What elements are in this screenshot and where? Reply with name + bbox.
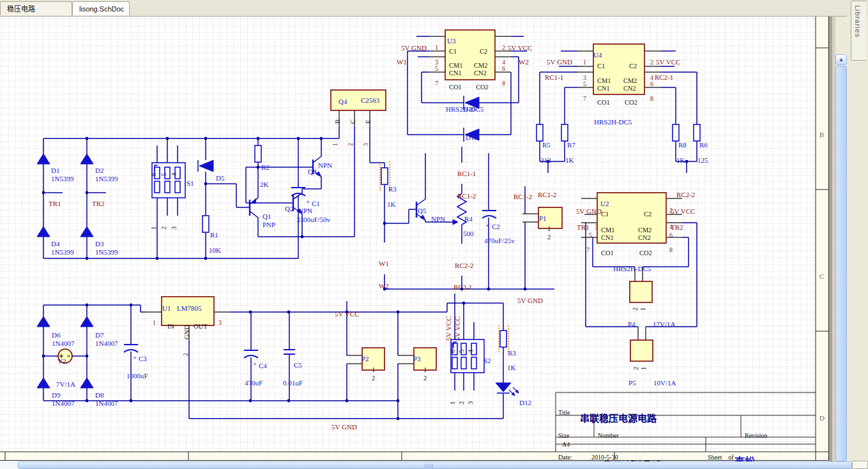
r3b-designator: R3 [508,350,516,357]
u4-net-5v-vcc: 5V VCC [656,59,680,66]
q1-type: PNP [263,221,275,228]
u2-net-5v-gnd: 5V GND [576,208,602,215]
p5-pin2-number: 2 [633,367,640,370]
r6-value: 125 [697,157,708,164]
v2-designator: V2 [57,358,66,365]
u3-pinname-c2: C2 [480,48,487,56]
u1-pin2-number: 2 [183,353,189,356]
s2-designator: S2 [483,357,491,364]
p2-pin1-number: 1 [372,367,375,374]
u4-pinname-co1: CO1 [597,100,610,107]
net-rc2-1-b: RC2-1 [453,284,472,291]
s1-designator: S1 [187,180,194,187]
d3-value: 1N5399 [95,249,118,256]
s1-pin5-number: 5 [161,173,168,176]
u3-designator: U3 [447,38,455,45]
libraries-panel-tab[interactable]: Libraries [851,1,866,61]
c3-plus: + [133,354,137,361]
p5-value: 10V/1A [653,380,676,387]
u4-pin2-number: 2 [650,59,653,66]
r1-designator: R1 [210,232,218,239]
s1-pin2-number: 2 [161,227,168,230]
p1-designator: P1 [539,215,547,222]
r2-value: 2K [260,181,268,188]
u4-pin6-number: 6 [650,81,653,87]
p3-designator: P3 [413,355,421,362]
r6-designator: R6 [699,142,708,149]
u2-pinname-co1: CO1 [601,250,614,257]
s2-pin5-number: 5 [459,350,466,353]
net-rc2-2-b: RC2-2 [455,262,473,269]
u2-pinname-cm1: CM1 [601,227,615,234]
r3a-value: 1K [387,201,395,208]
d6-value: 1N4007 [52,340,74,347]
u1-pinname-gnd: GND [184,325,191,339]
d9-value: 1N4007 [52,400,74,407]
horizontal-scroll-thumb[interactable] [18,461,852,469]
u3-pin2-number: 2 [502,45,505,51]
q5-type: NPN [431,216,445,223]
r4-value: 500 [463,230,474,237]
net-rc1-2-a: RC1-2 [538,191,556,198]
q5-designator: Q5 [418,207,426,214]
u2-pinname-c2: C2 [644,211,651,218]
titleblock-date-label: Date: [558,454,572,461]
tab-wanzhengtu[interactable]: 稳压电路wanzhengtu [0,1,72,15]
c4-plus: + [253,361,257,368]
schematic-sheet[interactable]: U35V GND125V VCCC1C2W134W2CM1CM256CN1CN2… [0,17,829,461]
u3-pin1-number: 1 [435,45,438,51]
scrollbar-corner [852,461,868,469]
u4-net-rc2-1: RC2-1 [655,74,673,81]
s1-pin1-number: 1 [151,227,158,230]
q2-type: NPN [298,207,312,214]
zone-row-d: D [819,415,825,422]
u3-pinname-cm2: CM2 [474,63,488,70]
tab-lisong-schdoc[interactable]: lisong.SchDoc * [72,1,130,15]
d6-designator: D6 [52,332,60,339]
c1-designator: C1 [312,200,320,207]
u4-pinname-c2: C2 [629,63,637,70]
q4-pin2-number: 2 [347,143,354,146]
r5-designator: R5 [542,142,551,149]
u3-pinname-cn1: CN1 [449,70,462,77]
titleblock-sheet-label: Sheet of [708,454,734,461]
u3-pin5-number: 5 [435,66,438,72]
p1-pin2-number: 2 [547,234,551,241]
p4-value: 17V/1A [653,321,675,328]
u4-designator: U4 [593,52,602,59]
s1-pin3-number: 3 [171,227,178,230]
p2-designator: P2 [362,355,369,362]
p5-designator: P5 [628,380,636,387]
u4-pin7-number: 7 [583,96,586,102]
net-rc1-2-c: RC1-2 [514,193,532,200]
vertical-scroll-thumb[interactable] [835,66,847,461]
u4-pinname-cn2: CN2 [623,86,636,93]
p5-pin1-number: 1 [641,367,648,370]
u3-net-w1: W1 [397,59,407,66]
net-rc1-2-b: RC1-2 [457,193,476,200]
q4-pinname-b: B [335,119,342,124]
u3-pinname-co1: CO1 [449,84,462,91]
d8-value: 1N4007 [95,400,118,407]
c2-plus: + [485,222,489,229]
d7-value: 1N4007 [95,340,118,347]
r3b-value: 1K [507,364,515,371]
u2-pin7-number: 7 [586,247,590,253]
scroll-up-button[interactable]: ▲ [835,54,847,65]
q4-designator: Q4 [339,98,347,105]
q3-designator: Q3 [308,168,316,175]
u1-pin1-number: 1 [153,320,156,326]
u2-designator: U2 [600,200,609,207]
titleblock-size-label: Size [558,433,569,439]
horizontal-scrollbar[interactable] [0,461,856,469]
c4-value: 470uF [245,380,263,387]
u2-pin5-number: 5 [589,232,592,239]
vertical-scrollbar[interactable]: ▲ [835,54,847,461]
zone-row-c: C [819,273,824,280]
r8-designator: R8 [678,142,687,149]
d12-designator: D12 [519,399,531,406]
d7-designator: D7 [95,332,103,339]
u4-net-5v-gnd: 5V GND [547,59,572,66]
u3-pin6-number: 6 [502,66,505,72]
r7-designator: R7 [567,142,575,149]
